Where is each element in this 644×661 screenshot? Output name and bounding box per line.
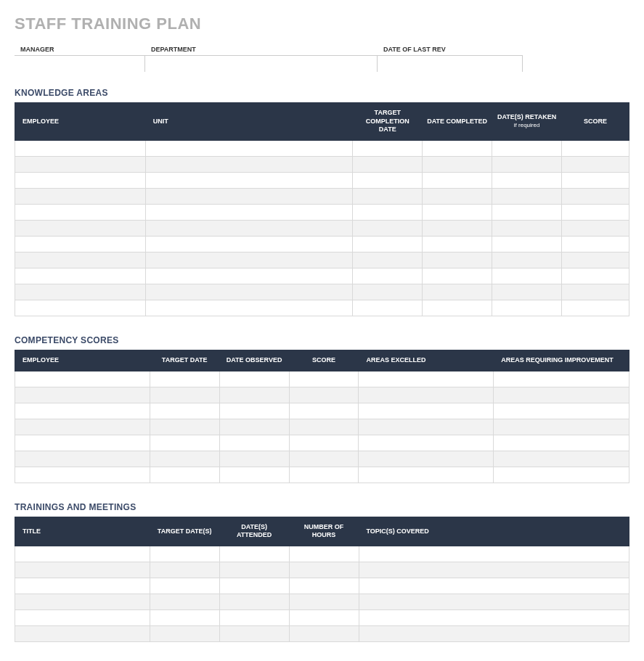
knowledge-cell[interactable] [492,173,562,189]
trainings-cell[interactable] [219,610,289,626]
knowledge-cell[interactable] [353,173,423,189]
competency-cell[interactable] [150,451,219,467]
competency-cell[interactable] [15,403,150,419]
competency-cell[interactable] [219,467,289,483]
knowledge-cell[interactable] [562,268,629,284]
competency-cell[interactable] [494,403,629,419]
trainings-cell[interactable] [359,626,629,642]
trainings-cell[interactable] [219,626,289,642]
competency-cell[interactable] [15,387,150,403]
trainings-cell[interactable] [289,610,359,626]
competency-cell[interactable] [359,467,494,483]
knowledge-cell[interactable] [492,284,562,300]
knowledge-cell[interactable] [15,284,146,300]
trainings-cell[interactable] [359,578,629,594]
knowledge-cell[interactable] [145,141,353,157]
meta-rev-value[interactable] [378,56,523,72]
knowledge-cell[interactable] [423,284,492,300]
knowledge-cell[interactable] [562,253,629,268]
competency-cell[interactable] [219,403,289,419]
knowledge-cell[interactable] [423,173,492,189]
trainings-cell[interactable] [289,578,359,594]
knowledge-cell[interactable] [353,189,423,205]
knowledge-cell[interactable] [492,189,562,205]
trainings-cell[interactable] [289,546,359,562]
knowledge-cell[interactable] [423,237,492,253]
knowledge-cell[interactable] [562,157,629,173]
competency-cell[interactable] [494,371,629,387]
trainings-cell[interactable] [150,594,219,610]
competency-cell[interactable] [150,403,219,419]
knowledge-cell[interactable] [423,205,492,221]
trainings-cell[interactable] [15,562,150,578]
knowledge-cell[interactable] [492,237,562,253]
knowledge-cell[interactable] [353,157,423,173]
knowledge-cell[interactable] [562,221,629,237]
knowledge-cell[interactable] [423,141,492,157]
knowledge-cell[interactable] [423,221,492,237]
competency-cell[interactable] [359,435,494,451]
knowledge-cell[interactable] [423,300,492,316]
knowledge-cell[interactable] [562,284,629,300]
trainings-cell[interactable] [150,626,219,642]
competency-cell[interactable] [494,387,629,403]
knowledge-cell[interactable] [353,221,423,237]
trainings-cell[interactable] [15,594,150,610]
trainings-cell[interactable] [15,578,150,594]
trainings-cell[interactable] [219,594,289,610]
trainings-cell[interactable] [289,594,359,610]
knowledge-cell[interactable] [145,189,353,205]
competency-cell[interactable] [289,371,359,387]
meta-manager-value[interactable] [15,56,145,72]
knowledge-cell[interactable] [145,300,353,316]
competency-cell[interactable] [359,419,494,435]
knowledge-cell[interactable] [15,237,146,253]
knowledge-cell[interactable] [145,205,353,221]
trainings-cell[interactable] [150,578,219,594]
knowledge-cell[interactable] [423,268,492,284]
competency-cell[interactable] [359,371,494,387]
knowledge-cell[interactable] [353,253,423,268]
knowledge-cell[interactable] [492,268,562,284]
knowledge-cell[interactable] [353,205,423,221]
competency-cell[interactable] [289,451,359,467]
competency-cell[interactable] [494,435,629,451]
competency-cell[interactable] [494,467,629,483]
knowledge-cell[interactable] [353,284,423,300]
knowledge-cell[interactable] [353,268,423,284]
trainings-cell[interactable] [289,626,359,642]
trainings-cell[interactable] [15,610,150,626]
competency-cell[interactable] [219,419,289,435]
competency-cell[interactable] [289,419,359,435]
knowledge-cell[interactable] [15,205,146,221]
competency-cell[interactable] [219,451,289,467]
competency-cell[interactable] [219,371,289,387]
knowledge-cell[interactable] [145,157,353,173]
trainings-cell[interactable] [150,562,219,578]
meta-department-value[interactable] [145,56,378,72]
trainings-cell[interactable] [219,562,289,578]
competency-cell[interactable] [150,419,219,435]
knowledge-cell[interactable] [15,268,146,284]
competency-cell[interactable] [289,403,359,419]
knowledge-cell[interactable] [145,173,353,189]
competency-cell[interactable] [15,419,150,435]
knowledge-cell[interactable] [562,205,629,221]
knowledge-cell[interactable] [15,221,146,237]
trainings-cell[interactable] [150,610,219,626]
trainings-cell[interactable] [219,546,289,562]
knowledge-cell[interactable] [145,268,353,284]
knowledge-cell[interactable] [562,189,629,205]
knowledge-cell[interactable] [423,253,492,268]
competency-cell[interactable] [150,371,219,387]
competency-cell[interactable] [359,403,494,419]
knowledge-cell[interactable] [353,237,423,253]
competency-cell[interactable] [150,435,219,451]
knowledge-cell[interactable] [15,173,146,189]
competency-cell[interactable] [15,451,150,467]
competency-cell[interactable] [15,467,150,483]
knowledge-cell[interactable] [145,237,353,253]
knowledge-cell[interactable] [492,221,562,237]
knowledge-cell[interactable] [15,253,146,268]
competency-cell[interactable] [219,387,289,403]
